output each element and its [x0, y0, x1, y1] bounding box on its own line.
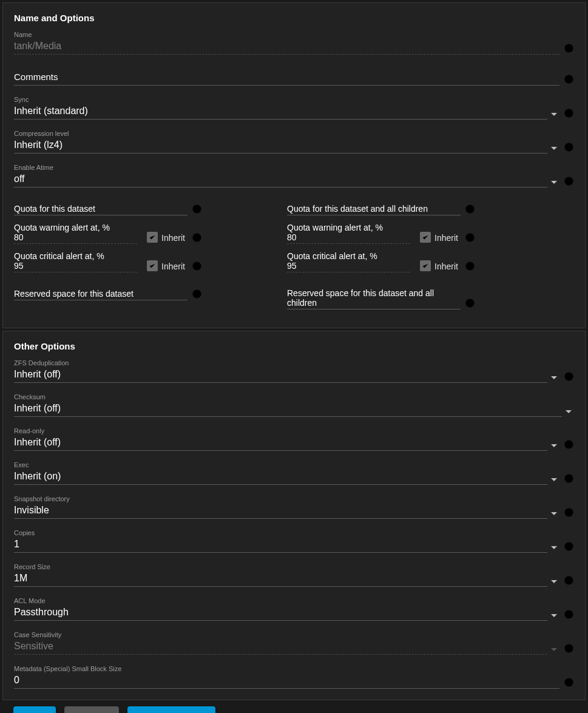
- compression-select[interactable]: Compression level Inherit (lz4): [14, 129, 574, 154]
- help-icon[interactable]: [563, 73, 574, 84]
- chevron-down-icon: [566, 410, 572, 413]
- atime-select[interactable]: Enable Atime off: [14, 163, 574, 188]
- quota-dataset-field[interactable]: Quota for this dataset: [14, 203, 202, 215]
- help-icon[interactable]: [464, 297, 475, 308]
- section-other-options: Other Options ZFS Deduplication Inherit …: [2, 331, 586, 700]
- chevron-down-icon: [551, 147, 557, 150]
- snapdir-select[interactable]: Snapshot directory Invisible: [14, 495, 574, 519]
- inherit-checkbox[interactable]: [420, 232, 431, 243]
- help-icon[interactable]: [563, 107, 574, 118]
- dedup-select[interactable]: ZFS Deduplication Inherit (off): [14, 359, 574, 383]
- help-icon[interactable]: [563, 643, 574, 654]
- quota-warning-field: Quota warning alert at, % 80 Inherit: [14, 223, 202, 244]
- help-icon[interactable]: [191, 232, 202, 243]
- chevron-down-icon: [551, 614, 557, 617]
- help-icon[interactable]: [563, 541, 574, 552]
- quota-warning-children-field: Quota warning alert at, % 80 Inherit: [287, 223, 475, 244]
- quota-critical-field: Quota critical alert at, % 95 Inherit: [14, 251, 202, 272]
- reserved-dataset-field[interactable]: Reserved space for this dataset: [14, 288, 202, 300]
- save-button[interactable]: SAVE: [13, 706, 56, 713]
- quota-grid: Quota for this dataset Quota warning ale…: [14, 203, 574, 317]
- metablocksize-field[interactable]: Metadata (Special) Small Block Size 0: [14, 664, 574, 689]
- help-icon[interactable]: [563, 42, 574, 53]
- help-icon[interactable]: [191, 260, 202, 271]
- chevron-down-icon: [551, 512, 557, 515]
- chevron-down-icon: [551, 648, 557, 651]
- comments-field[interactable]: Comments: [14, 70, 574, 86]
- copies-select[interactable]: Copies 1: [14, 529, 574, 553]
- exec-select[interactable]: Exec Inherit (on): [14, 461, 574, 485]
- chevron-down-icon: [551, 181, 557, 184]
- section-title: Other Options: [14, 341, 574, 351]
- inherit-checkbox[interactable]: [147, 232, 158, 243]
- readonly-select[interactable]: Read-only Inherit (off): [14, 427, 574, 451]
- basic-options-button[interactable]: BASIC OPTIONS: [127, 706, 215, 713]
- help-icon[interactable]: [563, 575, 574, 586]
- help-icon[interactable]: [563, 473, 574, 484]
- help-icon[interactable]: [191, 288, 202, 299]
- help-icon[interactable]: [563, 371, 574, 382]
- chevron-down-icon: [551, 444, 557, 447]
- chevron-down-icon: [551, 478, 557, 481]
- inherit-label: Inherit: [434, 233, 458, 243]
- help-icon[interactable]: [563, 507, 574, 518]
- name-field: Name tank/Media: [14, 30, 574, 55]
- cancel-button[interactable]: CANCEL: [64, 706, 120, 713]
- inherit-label: Inherit: [161, 262, 185, 271]
- inherit-checkbox[interactable]: [147, 260, 158, 271]
- recordsize-select[interactable]: Record Size 1M: [14, 563, 574, 587]
- name-value: tank/Media: [14, 39, 559, 53]
- quota-children-field[interactable]: Quota for this dataset and all children: [287, 203, 475, 215]
- inherit-checkbox[interactable]: [420, 260, 431, 271]
- help-icon[interactable]: [563, 141, 574, 152]
- section-name-and-options: Name and Options Name tank/Media Comment…: [2, 2, 586, 328]
- help-icon[interactable]: [563, 609, 574, 620]
- comments-label: Comments: [14, 70, 559, 84]
- chevron-down-icon: [551, 113, 557, 116]
- help-icon[interactable]: [563, 677, 574, 688]
- help-icon[interactable]: [464, 203, 475, 214]
- reserved-children-field[interactable]: Reserved space for this dataset and all …: [287, 288, 475, 309]
- name-label: Name: [14, 30, 559, 39]
- checksum-select[interactable]: Checksum Inherit (off): [14, 393, 574, 417]
- casesensitivity-select: Case Sensitivity Sensitive: [14, 630, 574, 655]
- sync-select[interactable]: Sync Inherit (standard): [14, 95, 574, 120]
- chevron-down-icon: [551, 546, 557, 549]
- help-icon[interactable]: [464, 232, 475, 243]
- chevron-down-icon: [551, 580, 557, 583]
- inherit-label: Inherit: [161, 233, 185, 243]
- inherit-label: Inherit: [434, 262, 458, 271]
- quota-critical-children-field: Quota critical alert at, % 95 Inherit: [287, 251, 475, 272]
- section-title: Name and Options: [14, 13, 574, 23]
- action-bar: SAVE CANCEL BASIC OPTIONS: [2, 703, 586, 713]
- help-icon[interactable]: [191, 203, 202, 214]
- chevron-down-icon: [551, 376, 557, 379]
- aclmode-select[interactable]: ACL Mode Passthrough: [14, 596, 574, 621]
- help-icon[interactable]: [563, 439, 574, 450]
- help-icon[interactable]: [563, 175, 574, 186]
- help-icon[interactable]: [464, 260, 475, 271]
